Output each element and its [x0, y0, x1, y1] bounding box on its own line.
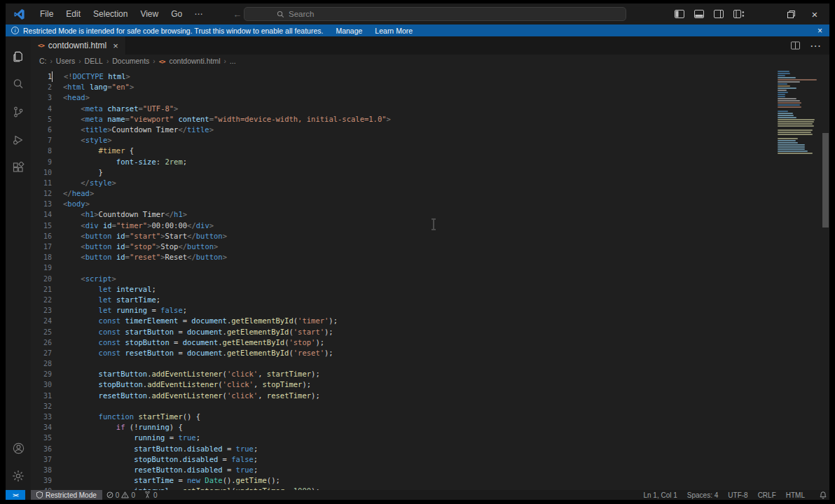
- search-icon: [277, 10, 284, 18]
- banner-learn-more-link[interactable]: Learn More: [375, 27, 413, 35]
- run-debug-icon[interactable]: [6, 126, 31, 154]
- minimap-line: [778, 85, 790, 87]
- line-number: 6: [31, 125, 52, 135]
- toggle-primary-sidebar-icon[interactable]: [675, 10, 684, 18]
- breadcrumb-item-0[interactable]: C:: [39, 57, 47, 65]
- toggle-panel-icon[interactable]: [694, 10, 704, 18]
- editor-scrollbar[interactable]: [822, 133, 829, 227]
- editor-more-actions-icon[interactable]: ⋯: [810, 39, 821, 52]
- line-number: 22: [31, 295, 52, 305]
- code-line: 35 running = true;: [31, 433, 829, 443]
- menu-item-go[interactable]: Go: [165, 7, 188, 21]
- code-line: 22 let startTime;: [31, 295, 829, 305]
- breadcrumb-item-2[interactable]: DELL: [85, 57, 103, 65]
- minimap-line: [778, 79, 817, 80]
- search-input[interactable]: Search: [244, 7, 626, 21]
- breadcrumb: C:›Users›DELL›Documents›<>contdownti.htm…: [31, 55, 829, 67]
- menu-item-file[interactable]: File: [34, 7, 60, 21]
- line-number: 4: [31, 104, 52, 114]
- settings-gear-icon[interactable]: [6, 462, 31, 490]
- minimap-line: [778, 102, 801, 104]
- split-editor-icon[interactable]: [791, 41, 800, 50]
- breadcrumb-item-3[interactable]: Documents: [112, 57, 149, 65]
- code-line: 12</head>: [31, 188, 829, 199]
- minimap-line: [778, 90, 787, 91]
- line-number: 5: [31, 114, 52, 125]
- status-indentation[interactable]: Spaces: 4: [682, 491, 723, 499]
- minimap-line: [778, 98, 796, 99]
- minimap-line: [778, 140, 796, 141]
- problems-indicator[interactable]: 0 0: [102, 491, 139, 499]
- minimap-line: [778, 71, 789, 72]
- nav-back-icon[interactable]: ←: [233, 9, 242, 20]
- menu-more-button[interactable]: ⋯: [188, 7, 209, 21]
- breadcrumb-item-1[interactable]: Users: [56, 57, 75, 65]
- line-number: 13: [31, 199, 52, 209]
- minimap-line: [778, 130, 813, 131]
- html-file-icon: <>: [159, 58, 165, 65]
- line-number: 33: [31, 412, 52, 422]
- source-control-icon[interactable]: [6, 98, 31, 126]
- line-number: 32: [31, 401, 52, 412]
- breadcrumb-item-5[interactable]: ...: [230, 57, 236, 65]
- code-lines: 1<!DOCTYPE html>2<html lang="en">3<head>…: [31, 71, 829, 490]
- status-eol-sequence[interactable]: CRLF: [753, 491, 781, 499]
- notifications-bell[interactable]: [815, 491, 829, 499]
- restricted-mode-label: Restricted Mode: [46, 491, 97, 499]
- minimap[interactable]: [778, 71, 820, 155]
- status-bar: >< Restricted Mode 0 0 0 Ln 1, Col 1Spac…: [6, 490, 829, 500]
- line-number: 9: [31, 157, 52, 167]
- breadcrumb-item-4[interactable]: <>contdownti.html: [159, 57, 221, 65]
- account-icon[interactable]: [6, 434, 31, 462]
- toggle-secondary-sidebar-icon[interactable]: [714, 10, 724, 18]
- remote-indicator[interactable]: ><: [6, 490, 25, 500]
- errors-count: 0: [116, 491, 120, 499]
- search-placeholder: Search: [289, 10, 314, 18]
- restricted-mode-badge[interactable]: Restricted Mode: [31, 490, 102, 500]
- customize-layout-icon[interactable]: [733, 10, 745, 18]
- status-language-mode[interactable]: HTML: [781, 491, 810, 499]
- code-line: 10 }: [31, 167, 829, 178]
- status-encoding[interactable]: UTF-8: [723, 491, 752, 499]
- mouse-ibeam-cursor: [433, 218, 434, 230]
- code-line: 3<head>: [31, 92, 829, 103]
- menu-item-view[interactable]: View: [134, 7, 165, 21]
- banner-manage-link[interactable]: Manage: [336, 27, 362, 35]
- vscode-logo-icon: [13, 8, 25, 20]
- errors-icon: [106, 491, 113, 498]
- activity-bar: [6, 36, 31, 490]
- code-editor[interactable]: 1<!DOCTYPE html>2<html lang="en">3<head>…: [31, 67, 829, 490]
- minimap-line: [778, 115, 794, 116]
- menu-item-edit[interactable]: Edit: [60, 7, 87, 21]
- minimap-line: [778, 92, 788, 93]
- ports-indicator[interactable]: 0: [139, 491, 162, 499]
- line-number: 34: [31, 422, 52, 433]
- minimap-line: [778, 81, 800, 83]
- code-line: 5 <meta name="viewport" content="width=d…: [31, 114, 829, 125]
- breadcrumb-separator: ›: [78, 57, 81, 65]
- line-number: 17: [31, 241, 52, 252]
- code-line: 32: [31, 401, 829, 412]
- code-line: 24 const timerElement = document.getElem…: [31, 316, 829, 326]
- minimap-line: [778, 88, 796, 89]
- search-sidebar-icon[interactable]: [6, 70, 31, 98]
- status-cursor-position[interactable]: Ln 1, Col 1: [638, 491, 682, 499]
- tab-contdownti-html[interactable]: <> contdownti.html ×: [31, 36, 126, 55]
- explorer-icon[interactable]: [6, 42, 31, 70]
- minimap-line: [778, 100, 800, 102]
- line-number: 15: [31, 220, 52, 231]
- code-line: 30 stopButton.addEventListener('click', …: [31, 379, 829, 390]
- line-number: 1: [31, 71, 52, 82]
- banner-close-icon[interactable]: ×: [817, 26, 822, 36]
- minimap-line: [778, 121, 814, 122]
- line-number: 16: [31, 231, 52, 241]
- extensions-icon[interactable]: [6, 154, 31, 182]
- menu-item-selection[interactable]: Selection: [87, 7, 134, 21]
- window-restore-icon[interactable]: [779, 4, 803, 24]
- code-line: 26 const stopButton = document.getElemen…: [31, 337, 829, 348]
- tab-close-icon[interactable]: ×: [113, 41, 118, 51]
- window-close-icon[interactable]: ×: [803, 4, 827, 24]
- vscode-window: FileEditSelectionViewGo ⋯ ← → Search: [6, 4, 829, 500]
- bell-icon: [820, 491, 827, 499]
- code-line: 29 startButton.addEventListener('click',…: [31, 369, 829, 379]
